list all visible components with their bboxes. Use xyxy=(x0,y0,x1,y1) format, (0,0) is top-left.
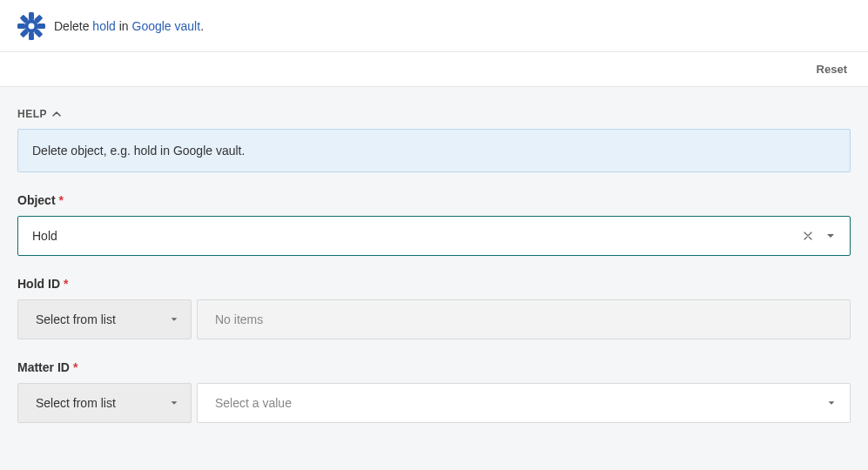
field-hold-id: Hold ID * Select from list No items xyxy=(17,277,851,339)
hold-id-placeholder: No items xyxy=(215,312,263,326)
help-content: Delete object, e.g. hold in Google vault… xyxy=(17,129,851,172)
header-description: Delete hold in Google vault. xyxy=(54,19,204,33)
object-value: Hold xyxy=(32,229,57,243)
field-object: Object * Hold xyxy=(17,193,851,256)
svg-point-8 xyxy=(27,21,37,30)
toolbar: Reset xyxy=(0,52,868,87)
field-matter-id: Matter ID * Select from list Select a va… xyxy=(17,360,851,423)
hold-id-value-box[interactable]: No items xyxy=(197,299,851,339)
header-bar: Delete hold in Google vault. xyxy=(0,0,868,52)
header-suffix: . xyxy=(200,19,204,33)
hold-id-mode-value: Select from list xyxy=(36,312,116,326)
caret-down-icon xyxy=(825,231,836,241)
header-link-hold[interactable]: hold xyxy=(92,19,115,33)
matter-id-mode-select[interactable]: Select from list xyxy=(17,383,192,423)
matter-id-label: Matter ID xyxy=(17,360,70,374)
svg-rect-3 xyxy=(37,24,45,29)
matter-id-mode-value: Select from list xyxy=(36,396,116,410)
hold-id-label: Hold ID xyxy=(17,277,60,291)
header-prefix: Delete xyxy=(54,19,89,33)
header-mid: in xyxy=(119,19,129,33)
hold-id-label-row: Hold ID * xyxy=(17,277,68,291)
reset-button[interactable]: Reset xyxy=(817,63,847,76)
help-section: HELP Delete object, e.g. hold in Google … xyxy=(17,108,851,172)
hold-id-mode-select[interactable]: Select from list xyxy=(17,299,192,339)
svg-rect-0 xyxy=(29,12,34,20)
object-label-row: Object * xyxy=(17,193,64,207)
required-marker: * xyxy=(73,360,77,374)
required-marker: * xyxy=(64,277,68,291)
content-area: HELP Delete object, e.g. hold in Google … xyxy=(0,87,868,465)
matter-id-label-row: Matter ID * xyxy=(17,360,77,374)
matter-id-value-select[interactable]: Select a value xyxy=(197,383,851,423)
chevron-up-icon xyxy=(52,110,61,118)
object-label: Object xyxy=(17,193,56,207)
object-select[interactable]: Hold xyxy=(17,216,851,256)
svg-rect-2 xyxy=(17,24,25,29)
clear-icon[interactable] xyxy=(803,231,813,241)
app-logo xyxy=(17,12,45,40)
help-label: HELP xyxy=(17,108,47,120)
header-link-googlevault[interactable]: Google vault xyxy=(132,19,201,33)
matter-id-placeholder: Select a value xyxy=(215,396,292,410)
caret-down-icon xyxy=(827,399,836,407)
caret-down-icon xyxy=(170,315,178,324)
caret-down-icon xyxy=(170,399,178,407)
svg-rect-1 xyxy=(29,32,34,40)
help-toggle[interactable]: HELP xyxy=(17,108,851,129)
required-marker: * xyxy=(59,193,64,207)
